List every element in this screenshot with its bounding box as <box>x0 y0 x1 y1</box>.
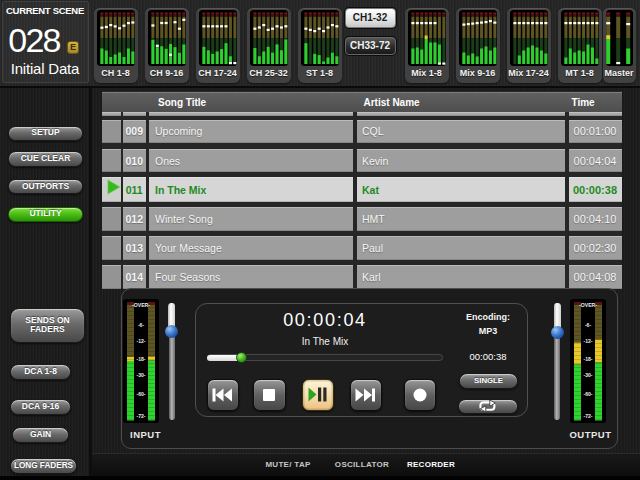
svg-text:-18-: -18- <box>136 356 145 362</box>
svg-text:-12-: -12- <box>583 338 592 344</box>
svg-text:-60-: -60- <box>136 391 145 397</box>
svg-text:-30-: -30- <box>136 372 145 378</box>
svg-text:-72-: -72- <box>136 413 145 419</box>
svg-text:-30-: -30- <box>583 372 592 378</box>
svg-text:-12-: -12- <box>136 338 145 344</box>
svg-text:-6-: -6- <box>585 322 592 328</box>
svg-text:-OVER-: -OVER- <box>579 302 597 308</box>
svg-text:-6-: -6- <box>138 322 145 328</box>
svg-text:-OVER-: -OVER- <box>132 302 150 308</box>
svg-text:-60-: -60- <box>583 391 592 397</box>
svg-text:-18-: -18- <box>583 356 592 362</box>
svg-text:-72-: -72- <box>583 413 592 419</box>
